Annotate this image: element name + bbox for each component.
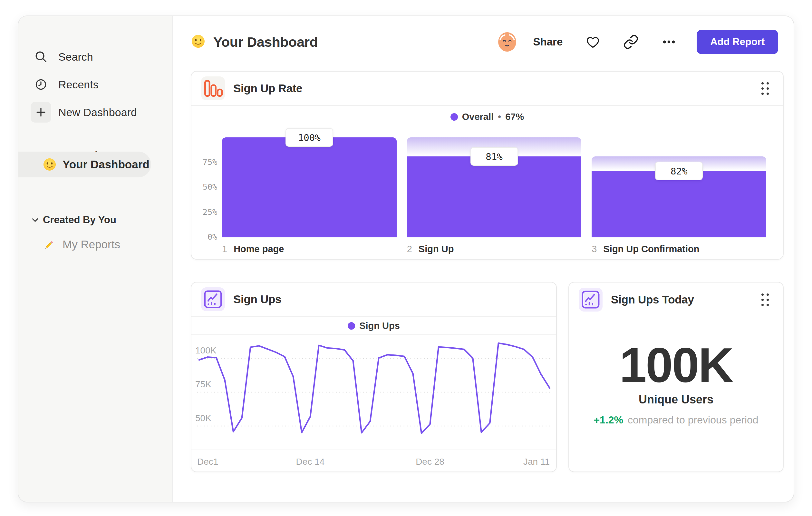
funnel-chart-icon	[201, 76, 225, 100]
funnel-x-axis: 1Home page2Sign Up3Sign Up Confirmation	[222, 244, 766, 254]
funnel-step[interactable]: 100%	[222, 137, 397, 237]
card-title: Sign Ups Today	[611, 293, 694, 306]
funnel-bar-fill	[407, 156, 582, 237]
smiley-emoji	[42, 157, 57, 171]
funnel-step-label: 2Sign Up	[407, 244, 582, 254]
signups-card: Sign Ups Sign Ups 100K75K50K Dec1Dec 14D…	[191, 282, 557, 472]
line-chart-icon	[579, 288, 603, 311]
funnel-bar[interactable]	[222, 137, 397, 237]
line-x-tick: Dec 14	[296, 457, 325, 467]
legend-dot	[451, 113, 458, 120]
link-icon[interactable]	[623, 34, 639, 50]
sidebar-item-label: My Reports	[62, 238, 120, 251]
drag-handle-icon[interactable]	[761, 294, 769, 306]
funnel-y-tick: 25%	[197, 207, 217, 217]
app-window: Search Recents New Dashboard Your Favori…	[18, 16, 794, 503]
funnel-y-tick: 75%	[197, 157, 217, 167]
line-x-tick: Dec1	[197, 457, 218, 467]
card-title: Sign Up Rate	[233, 82, 302, 95]
signup-rate-card-header: Sign Up Rate	[192, 72, 783, 106]
funnel-step[interactable]: 81%	[407, 137, 582, 237]
sidebar-item-new-dashboard[interactable]: New Dashboard	[18, 102, 165, 123]
legend-value: 67%	[505, 112, 524, 122]
funnel-y-axis: 75%50%25%0%	[197, 137, 217, 237]
sidebar-section-created-by-you[interactable]: Created By You	[31, 213, 165, 227]
funnel-step-label: 3Sign Up Confirmation	[591, 244, 766, 254]
funnel-legend[interactable]: Overall • 67%	[192, 111, 783, 123]
sidebar-item-search[interactable]: Search	[18, 47, 165, 67]
line-x-tick: Jan 11	[523, 457, 550, 467]
add-report-button[interactable]: Add Report	[697, 30, 778, 54]
kpi-subtitle: Unique Users	[569, 393, 783, 406]
more-options-icon[interactable]	[661, 34, 677, 50]
legend-separator: •	[498, 112, 501, 122]
smiley-emoji	[191, 34, 206, 50]
funnel-step-label: 1Home page	[222, 244, 397, 254]
funnel-badge: 82%	[655, 162, 703, 180]
sidebar-item-label: Your Dashboard	[62, 158, 149, 171]
heart-icon[interactable]	[585, 34, 601, 50]
legend-label: Overall	[462, 112, 494, 122]
search-icon	[31, 47, 51, 67]
funnel-step[interactable]: 82%	[591, 137, 766, 237]
sidebar-item-label: New Dashboard	[58, 106, 137, 119]
line-x-tick: Dec 28	[416, 457, 444, 467]
sidebar-item-label: Recents	[58, 78, 98, 91]
signups-today-card-header: Sign Ups Today	[569, 282, 783, 317]
chevron-down-icon	[31, 215, 40, 224]
pencil-emoji	[42, 237, 57, 251]
funnel-y-tick: 50%	[197, 182, 217, 192]
line-chart-icon	[201, 287, 225, 311]
clock-icon	[31, 74, 51, 95]
page-title: Your Dashboard	[213, 34, 318, 50]
kpi-delta-caption: compared to previous period	[628, 414, 758, 426]
line-y-tick: 100K	[195, 345, 216, 356]
sidebar-section-label: Created By You	[43, 214, 116, 226]
legend-label: Sign Ups	[359, 321, 400, 331]
line-y-tick: 50K	[195, 413, 211, 424]
sidebar-item-your-dashboard[interactable]: Your Dashboard	[18, 152, 151, 178]
signup-rate-card: Sign Up Rate Overall • 67% 75%50%25%0% 1…	[191, 71, 784, 260]
kpi-value: 100K	[569, 339, 783, 391]
funnel-bars: 100%81%82%	[222, 137, 766, 237]
card-title: Sign Ups	[233, 293, 281, 306]
sidebar: Search Recents New Dashboard Your Favori…	[18, 16, 173, 502]
x-axis-line	[192, 450, 556, 450]
sidebar-item-recents[interactable]: Recents	[18, 74, 165, 95]
sidebar-item-label: Search	[58, 51, 93, 63]
funnel-bar-fill	[591, 171, 766, 237]
plus-icon	[31, 102, 51, 123]
line-y-tick: 75K	[195, 379, 211, 389]
funnel-badge: 81%	[470, 147, 518, 166]
signups-line-chart[interactable]: 100K75K50K	[197, 338, 552, 450]
legend-dot	[348, 322, 355, 330]
kpi-delta-row: +1.2% compared to previous period	[569, 414, 783, 426]
share-button[interactable]: Share	[533, 36, 563, 48]
signups-today-card: Sign Ups Today 100K Unique Users +1.2% c…	[569, 282, 784, 472]
line-x-axis: Dec1Dec 14Dec 28Jan 11	[197, 457, 552, 469]
sidebar-item-my-reports[interactable]: My Reports	[18, 232, 120, 257]
signups-card-header: Sign Ups	[192, 282, 556, 317]
drag-handle-icon[interactable]	[761, 82, 769, 95]
line-legend[interactable]: Sign Ups	[192, 317, 556, 335]
header-actions: Share Add Report	[497, 30, 778, 54]
funnel-bar-fill	[222, 137, 397, 237]
funnel-badge: 100%	[286, 128, 333, 147]
main-content: Your Dashboard Share	[173, 16, 794, 502]
avatar[interactable]	[497, 31, 518, 53]
page-header: Your Dashboard Share	[191, 30, 778, 54]
funnel-y-tick: 0%	[197, 232, 217, 242]
kpi-delta: +1.2%	[593, 414, 623, 426]
